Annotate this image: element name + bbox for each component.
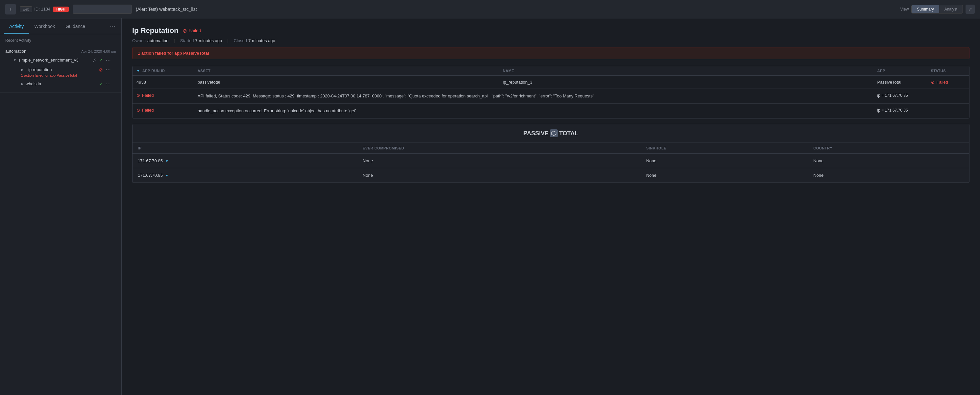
error-row-2: ⊘ Failed handle_action exception occurre… xyxy=(132,103,969,118)
cell-app: PassiveTotal xyxy=(873,76,927,89)
error-status-1: ⊘ Failed xyxy=(132,89,194,104)
cell-name: ip_reputation_3 xyxy=(499,76,873,89)
pt-col-compromised-label: EVER COMPROMISED xyxy=(363,146,404,150)
col-status-label: STATUS xyxy=(931,69,946,73)
sort-icon: ▼ xyxy=(137,69,140,73)
whois-workflow-name: whois in xyxy=(25,81,96,86)
pt-country-1: None xyxy=(808,154,969,168)
owner-value: automation xyxy=(147,38,169,43)
started-meta: Started 7 minutes ago xyxy=(180,38,222,43)
pt-country-2: None xyxy=(808,168,969,183)
row-failed-icon: ⊘ xyxy=(931,80,935,85)
col-name[interactable]: NAME xyxy=(499,66,873,76)
started-value: 7 minutes ago xyxy=(195,38,222,43)
workflow-item-enrichment[interactable]: ▼ simple_network_enrichment_v3 ☍ ✓ ⋯ xyxy=(5,55,116,65)
ip-address-2: 171.67.70.85 xyxy=(885,108,908,113)
pt-col-country-label: COUNTRY xyxy=(813,146,832,150)
workflow-edit-icon[interactable]: ☍ xyxy=(92,58,96,62)
pt-logo-prefix: PASSIVE xyxy=(523,130,549,137)
workflow-item-whois[interactable]: ▶ whois in ✓ ⋯ xyxy=(5,79,116,89)
alert-id: ID: 1134 xyxy=(34,6,50,11)
view-tabs: Summary Analyst xyxy=(911,5,963,13)
err1-failed-label: Failed xyxy=(142,93,154,98)
pt-sinkhole-2: None xyxy=(641,168,808,183)
error-message-1: API failed, Status code: 429, Message: s… xyxy=(194,89,873,104)
error-message-2: handle_action exception occurred. Error … xyxy=(194,103,873,118)
sub-item-name: ip reputation xyxy=(28,67,52,72)
sidebar-tabs: Activity Workbook Guidance ⋯ xyxy=(0,18,121,34)
row-status-label: Failed xyxy=(937,80,948,85)
left-sidebar: Activity Workbook Guidance ⋯ Recent Acti… xyxy=(0,18,122,395)
col-app-label: APP xyxy=(877,69,885,73)
err2-failed-icon: ⊘ xyxy=(137,108,140,113)
col-name-label: NAME xyxy=(503,69,514,73)
right-content: Ip Reputation ⊘ Failed Owner: automation… xyxy=(122,18,980,395)
pt-sinkhole-1: None xyxy=(641,154,808,168)
meta-sep-1: | xyxy=(173,38,175,43)
pt-col-sinkhole[interactable]: SINKHOLE xyxy=(641,143,808,154)
sub-item-ip-reputation[interactable]: ▶ ip reputation ⊘ ⋯ 1 action failed for … xyxy=(5,65,116,79)
action-failed-banner: 1 action failed for app PassiveTotal xyxy=(132,47,969,59)
cell-app-run-id: 4938 xyxy=(132,76,194,89)
ip-label-1: ip = xyxy=(877,93,885,98)
error-ip-1: ip = 171.67.70.85 xyxy=(873,89,969,104)
pt-row-2: 171.67.70.85 ▼ None None None xyxy=(132,168,969,183)
alert-tag: web xyxy=(20,6,32,12)
passive-total-section: PASSIVE TOTAL IP EVER COMPROMISED xyxy=(132,124,969,183)
view-label: View xyxy=(900,7,909,11)
tab-summary[interactable]: Summary xyxy=(912,5,939,13)
sub-item-more-icon[interactable]: ⋯ xyxy=(105,67,111,73)
sidebar-tab-guidance[interactable]: Guidance xyxy=(60,20,91,34)
col-status[interactable]: STATUS xyxy=(927,66,969,76)
sidebar-tab-workbook[interactable]: Workbook xyxy=(29,20,60,34)
section-header: Ip Reputation ⊘ Failed xyxy=(132,26,969,35)
col-asset-label: ASSET xyxy=(198,69,210,73)
sidebar-more-button[interactable]: ⋯ xyxy=(108,22,118,31)
whois-workflow-actions: ✓ ⋯ xyxy=(99,81,111,87)
pt-logo-icon xyxy=(550,130,558,137)
col-app-run-id[interactable]: ▼ APP RUN ID xyxy=(132,66,194,76)
meta-row: Owner: automation | Started 7 minutes ag… xyxy=(132,38,969,43)
passive-total-logo: PASSIVE TOTAL xyxy=(132,124,969,143)
pt-compromised-2: None xyxy=(358,168,641,183)
whois-more-icon[interactable]: ⋯ xyxy=(105,81,111,87)
meta-sep-2: | xyxy=(227,38,228,43)
closed-value: 7 minutes ago xyxy=(248,38,275,43)
cell-status: ⊘ Failed xyxy=(927,76,969,89)
owner-meta: Owner: automation xyxy=(132,38,169,43)
error-row-1: ⊘ Failed API failed, Status code: 429, M… xyxy=(132,89,969,104)
activity-item: automation Apr 24, 2020 4:00 pm ▼ simple… xyxy=(0,45,121,93)
activity-header: automation Apr 24, 2020 4:00 pm xyxy=(5,49,116,54)
col-app[interactable]: APP xyxy=(873,66,927,76)
whois-check-icon: ✓ xyxy=(99,81,103,86)
ip-label-2: ip = xyxy=(877,108,885,113)
failed-badge: ⊘ Failed xyxy=(183,28,201,34)
tab-analyst[interactable]: Analyst xyxy=(939,5,963,13)
workflow-more-icon[interactable]: ⋯ xyxy=(105,57,111,63)
err2-failed-label: Failed xyxy=(142,108,154,113)
pt-col-compromised[interactable]: EVER COMPROMISED xyxy=(358,143,641,154)
expand-arrow-icon: ▼ xyxy=(13,58,16,62)
svg-marker-0 xyxy=(552,131,556,136)
back-button[interactable]: ‹ xyxy=(5,4,16,14)
ip-address-1: 171.67.70.85 xyxy=(885,93,908,98)
expand-arrow-whois-icon: ▶ xyxy=(21,82,24,86)
sidebar-tab-activity[interactable]: Activity xyxy=(4,20,29,34)
section-title: Ip Reputation xyxy=(132,26,178,35)
owner-label: Owner: xyxy=(132,38,146,43)
col-asset[interactable]: ASSET xyxy=(194,66,499,76)
pt-ip-2: 171.67.70.85 ▼ xyxy=(132,168,358,183)
started-label: Started xyxy=(180,38,194,43)
passive-total-table: IP EVER COMPROMISED SINKHOLE COUNTRY 171… xyxy=(132,143,969,183)
pt-ip-expand-2[interactable]: ▼ xyxy=(165,174,169,178)
pt-col-country[interactable]: COUNTRY xyxy=(808,143,969,154)
search-input[interactable] xyxy=(73,5,132,14)
pt-ip-expand-1[interactable]: ▼ xyxy=(165,159,169,163)
closed-label: Closed xyxy=(234,38,247,43)
pt-col-ip[interactable]: IP xyxy=(132,143,358,154)
expand-button[interactable]: ⤢ xyxy=(966,5,975,14)
sub-item-desc: 1 action failed for app PassiveTotal xyxy=(21,74,111,77)
pt-logo-text: PASSIVE TOTAL xyxy=(523,130,578,137)
pt-ip-1: 171.67.70.85 ▼ xyxy=(132,154,358,168)
error-ip-2: ip = 171.67.70.85 xyxy=(873,103,969,118)
